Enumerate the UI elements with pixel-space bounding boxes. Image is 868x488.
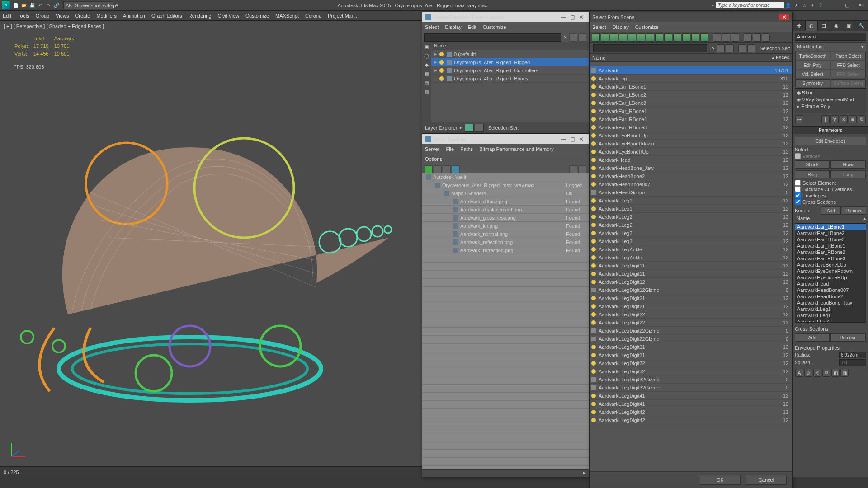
scene-item[interactable]: AardvarkEyeBoneLUp12 — [590, 131, 792, 140]
le-menu-item[interactable]: Customize — [483, 24, 506, 30]
le-menu-item[interactable]: Edit — [468, 24, 476, 30]
scene-item[interactable]: AardvarkLLegDigit4112 — [590, 400, 792, 408]
link-icon[interactable]: 🔗 — [53, 2, 60, 9]
bone-item[interactable]: AardvarkHead — [795, 281, 866, 287]
layer-button-icon[interactable] — [465, 124, 474, 132]
layer-item[interactable]: ▸0 (default) — [431, 50, 589, 58]
bone-item[interactable]: AardvarkEar_LBone1 — [795, 224, 866, 230]
scene-item[interactable]: AardvarkEar_LBone312 — [590, 99, 792, 107]
cross-sections-checkbox[interactable] — [795, 199, 801, 205]
env-tool-icon[interactable]: ◧ — [831, 369, 840, 377]
modifier-list-dropdown[interactable]: Modifier List▾ — [795, 42, 866, 51]
scene-item[interactable]: AardvarkEyeBoneRdown12 — [590, 140, 792, 148]
toolbar-icon[interactable] — [713, 33, 721, 42]
modifier-button[interactable]: FFD Select — [831, 70, 866, 78]
menu-civil-view[interactable]: Civil View — [218, 13, 239, 19]
menu-corona[interactable]: Corona — [305, 13, 321, 19]
envelopes-checkbox[interactable] — [795, 192, 801, 198]
bone-item[interactable]: AardvarkEyeBoneLUp — [795, 262, 866, 268]
minimize-button[interactable]: — — [559, 136, 568, 142]
asset-row[interactable]: Aardvark_refraction.pngFound — [422, 246, 589, 254]
display-tab-icon[interactable]: ▣ — [843, 21, 856, 31]
timeline[interactable]: 0 / 225 — [0, 466, 422, 477]
menu-views[interactable]: Views — [56, 13, 69, 19]
le-menu-item[interactable]: Select — [425, 24, 439, 30]
scene-item[interactable]: AardvarkEyeBoneRUp12 — [590, 148, 792, 156]
at-menu-item[interactable]: Paths — [460, 146, 473, 152]
add-bone-button[interactable]: Add — [821, 206, 841, 215]
env-tool-icon[interactable]: ⧉ — [822, 369, 830, 377]
open-icon[interactable]: 📂 — [20, 2, 28, 9]
close-button[interactable]: ✕ — [577, 136, 586, 142]
toolbar-icon[interactable] — [443, 165, 451, 174]
stack-icon[interactable]: ≡ — [849, 115, 857, 123]
stack-item[interactable]: ▸ Editable Poly — [796, 103, 865, 110]
scene-item[interactable]: Aardvark10701 — [590, 66, 792, 75]
bone-item[interactable]: AardvarkEar_RBone1 — [795, 243, 866, 249]
modifier-stack[interactable]: ◈ Skin◈ VRayDisplacementMod▸ Editable Po… — [795, 88, 866, 113]
at-menu-item[interactable]: Bitmap Performance and Memory — [479, 146, 553, 152]
asset-row[interactable]: Aardvark_displacement.pngFound — [422, 206, 589, 214]
radius-field[interactable]: 6,922cm — [839, 352, 866, 358]
env-tool-icon[interactable]: ⟲ — [813, 369, 821, 377]
add-cs-button[interactable]: Add — [795, 333, 830, 342]
bone-item[interactable]: AardvarkEar_LBone3 — [795, 236, 866, 243]
scene-item[interactable]: AardvarkLLegDigit4212 — [590, 408, 792, 416]
scene-item[interactable]: AardvarkLLegDigit2212 — [590, 319, 792, 327]
close-button[interactable]: ✕ — [779, 14, 789, 20]
scene-item[interactable]: AardvarkLLegDigit2112 — [590, 294, 792, 302]
chevron-right-icon[interactable]: ▸ — [712, 2, 714, 8]
toolbar-icon[interactable] — [569, 165, 577, 174]
asset-row[interactable]: Aardvark_diffuse.pngFound — [422, 197, 589, 206]
sfs-menu-item[interactable]: Select — [592, 24, 606, 30]
clear-icon[interactable]: ✕ — [709, 45, 716, 51]
sidebar-icon[interactable]: ▥ — [422, 87, 431, 96]
search-input[interactable] — [593, 44, 707, 52]
star-icon[interactable]: ☆ — [801, 2, 808, 9]
scene-item[interactable]: AardvarkEar_LBone212 — [590, 91, 792, 99]
signin-icon[interactable]: 👤 — [784, 2, 792, 9]
minimize-button[interactable]: — — [828, 1, 841, 9]
scene-item[interactable]: AardvarkLLegDigit32Gizmo0 — [590, 375, 792, 384]
layer-toolbar-icon[interactable] — [578, 33, 586, 42]
scene-item[interactable]: AardvarkLLegDigit1112 — [590, 270, 792, 278]
close-button[interactable]: ✕ — [577, 14, 586, 20]
stack-item[interactable]: ◈ Skin — [796, 89, 865, 96]
asset-row[interactable]: Aardvark_ior.pngFound — [422, 222, 589, 230]
toolbar-icon[interactable] — [753, 33, 761, 42]
toolbar-icon[interactable] — [747, 44, 755, 52]
help-icon[interactable]: ? — [817, 2, 824, 9]
scene-item[interactable]: AardvarkLLeg112 — [590, 197, 792, 205]
toolbar-icon[interactable] — [578, 165, 586, 174]
bone-item[interactable]: AardvarkEar_LBone2 — [795, 230, 866, 236]
scene-item[interactable]: AardvarkHeadBone00712 — [590, 180, 792, 188]
bone-item[interactable]: AardvarkLLeg1 — [795, 306, 866, 312]
scene-item[interactable]: AardvarkLLegDigit3212 — [590, 367, 792, 375]
filter-icon[interactable] — [664, 33, 672, 42]
le-menu-item[interactable]: Display — [445, 24, 462, 30]
modify-tab-icon[interactable]: ◐ — [806, 21, 818, 31]
stack-icon[interactable]: ‖ — [821, 115, 830, 123]
scene-item[interactable]: AardvarkLLegAnkle12 — [590, 245, 792, 253]
minimize-button[interactable]: — — [559, 14, 568, 20]
backface-checkbox[interactable] — [795, 186, 801, 192]
filter-icon[interactable] — [682, 33, 690, 42]
menu-customize[interactable]: Customize — [245, 13, 269, 19]
star-icon[interactable]: ✦ — [809, 2, 816, 9]
scene-item[interactable]: AardvarkLLegDigit2212 — [590, 310, 792, 319]
filter-icon[interactable] — [619, 33, 627, 42]
toolbar-icon[interactable] — [731, 33, 739, 42]
maximize-button[interactable]: ▢ — [841, 1, 854, 9]
bone-item[interactable]: AardvarkEar_RBone3 — [795, 255, 866, 262]
sidebar-icon[interactable]: ▤ — [422, 78, 431, 87]
scene-item[interactable]: AardvarkHeadGizmo0 — [590, 188, 792, 197]
scroll-right-icon[interactable]: ▸ — [580, 470, 589, 477]
bone-item[interactable]: AardvarkHeadBone_Jaw — [795, 300, 866, 306]
modifier-button[interactable]: Vol. Select — [795, 70, 830, 78]
save-icon[interactable]: 💾 — [28, 2, 36, 9]
scene-item[interactable]: AardvarkLLegDigit22Gizmo0 — [590, 335, 792, 343]
scene-item[interactable]: AardvarkEar_RBone212 — [590, 115, 792, 123]
menu-graph-editors[interactable]: Graph Editors — [151, 13, 182, 19]
rollout-parameters[interactable]: Parameters — [793, 126, 868, 134]
menu-tools[interactable]: Tools — [18, 13, 29, 19]
